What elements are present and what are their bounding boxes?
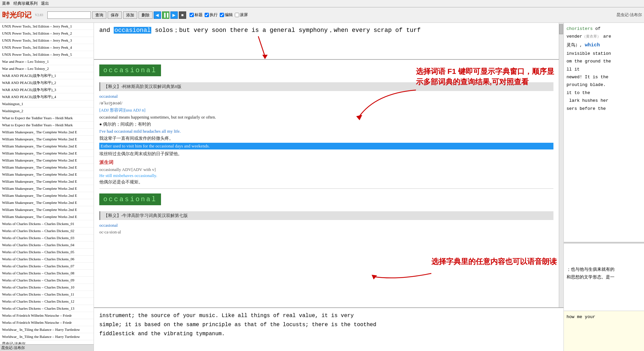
checkbox-scroll-label[interactable]: 滚屏 — [235, 12, 248, 18]
sidebar-item[interactable]: UNIX Power Tools, 3rd Edition – Jerry Pe… — [0, 23, 94, 30]
menu-item-menu[interactable]: 菜单 — [2, 1, 10, 6]
right-line-9: it to the — [567, 89, 641, 97]
right-line-3: 灵鸟）, which — [567, 41, 641, 50]
dict-example-1-en: I've had occasional mild headaches all m… — [99, 129, 553, 134]
sidebar-item[interactable]: Works of Friedrich Wilhelm Nietzsche – F… — [0, 319, 94, 326]
dict-pos-1: [ADJ 形容词][usu ADJ n] — [99, 107, 553, 113]
sidebar-item[interactable]: Works of Charles Dickens – Charles Dicke… — [0, 234, 94, 242]
sidebar-item[interactable]: William Shakespeare_ The Complete Works … — [0, 171, 94, 178]
top-arrow-icon — [252, 33, 278, 60]
right-text-bottom-2: how me your — [564, 311, 644, 351]
play-prev-button[interactable]: ◀ — [154, 11, 161, 19]
sidebar-item[interactable]: What to Expect the Toddler Years – Heidi… — [0, 122, 94, 129]
right-line-5: om the ground the — [567, 57, 641, 65]
menu-bar: 菜单 经典珍藏系列 退出 — [0, 0, 644, 7]
sidebar-item[interactable]: William Shakespeare_ The Complete Works … — [0, 129, 94, 136]
sidebar-item[interactable]: Works of Charles Dickens – Charles Dicke… — [0, 291, 94, 298]
sidebar-item[interactable]: William Shakespeare_ The Complete Works … — [0, 178, 94, 185]
sidebar-item[interactable]: WAR AND PEACE(战争与和平)_3 — [0, 86, 94, 93]
query-button[interactable]: 查询 — [92, 11, 106, 19]
bottom-text-line-1: instrument; the source of your music. Li… — [99, 311, 558, 320]
sidebar-item[interactable]: Works of Charles Dickens – Charles Dicke… — [0, 263, 94, 270]
checkbox-execute-label[interactable]: 执行 — [205, 12, 218, 18]
sidebar-item[interactable]: William Shakespeare_ The Complete Works … — [0, 143, 94, 150]
stop-button[interactable]: ■ — [179, 11, 186, 19]
checkbox-edit[interactable] — [220, 13, 224, 17]
sidebar-item[interactable]: Worldwar_ In_Tiling the Balance – Harry … — [0, 326, 94, 333]
sidebar-item[interactable]: UNIX Power Tools, 3rd Edition – Jerry Pe… — [0, 44, 94, 51]
highlighted-word: occasional — [114, 27, 151, 34]
sidebar-item[interactable]: William Shakespeare_ The Complete Works … — [0, 199, 94, 206]
sidebar-item[interactable]: WAR AND PEACE(战争与和平)_2 — [0, 79, 94, 86]
dict-content[interactable]: occasional 【释义】-柯林斯高阶英汉双解词典第8版 occasiona… — [94, 60, 559, 307]
sidebar-item[interactable]: William Shakespeare_ The Complete Works … — [0, 192, 94, 199]
right-line-7: newed! It is the — [567, 73, 641, 81]
dict-definition-1: occasional means happening sometimes, bu… — [99, 115, 553, 120]
right-line-10: lark hushes her — [567, 97, 641, 104]
right-line-2: vender（黄衣草） are — [567, 33, 641, 40]
svg-marker-1 — [262, 55, 268, 59]
sidebar-item[interactable]: WAR AND PEACE(战争与和平)_1 — [0, 72, 94, 79]
menu-item-exit[interactable]: 退出 — [41, 1, 49, 6]
add-button[interactable]: 添加 — [123, 11, 137, 19]
checkbox-title-label[interactable]: 标题 — [190, 12, 203, 18]
sidebar-item[interactable]: 昆虫记-法布尔 — [0, 340, 94, 344]
sidebar-item[interactable]: UNIX Power Tools, 3rd Edition – Jerry Pe… — [0, 37, 94, 44]
sidebar-item[interactable]: What to Expect the Toddler Years – Heidi… — [0, 115, 94, 122]
app-version: V2.83 — [35, 13, 43, 17]
sidebar-item[interactable]: UNIX Power Tools, 3rd Edition – Jerry Pe… — [0, 30, 94, 37]
sidebar-item[interactable]: Works of Charles Dickens – Charles Dicke… — [0, 242, 94, 249]
sidebar-item[interactable]: Works of Charles Dickens – Charles Dicke… — [0, 270, 94, 277]
dict-divider — [99, 188, 553, 189]
sidebar-item[interactable]: Works of Charles Dickens – Charles Dicke… — [0, 284, 94, 291]
sidebar-item[interactable]: William Shakespeare_ The Complete Works … — [0, 164, 94, 171]
dict-word-blue-2: occasional — [99, 223, 553, 228]
pause-button[interactable]: ▐▐ — [162, 11, 169, 19]
right-panel: choristers of vender（黄衣草） are 灵鸟）, which… — [564, 23, 644, 351]
sidebar-item[interactable]: Works of Charles Dickens – Charles Dicke… — [0, 227, 94, 234]
right-text-top: choristers of vender（黄衣草） are 灵鸟）, which… — [564, 23, 644, 242]
checkbox-title[interactable] — [190, 13, 194, 17]
sidebar-item[interactable]: William Shakespeare_ The Complete Works … — [0, 206, 94, 213]
sidebar-item[interactable]: William Shakespeare_ The Complete Works … — [0, 150, 94, 157]
checkbox-edit-label[interactable]: 编辑 — [220, 12, 233, 18]
sidebar-item[interactable]: Works of Charles Dickens – Charles Dicke… — [0, 305, 94, 312]
search-input[interactable] — [47, 11, 91, 19]
sidebar-item[interactable]: William Shakespeare_ The Complete Works … — [0, 185, 94, 192]
sidebar-item[interactable]: Worldwar_ In_Tiling the Balance – Harry … — [0, 333, 94, 340]
save-button[interactable]: 保存 — [108, 11, 122, 19]
text-before-highlight: and — [99, 27, 114, 34]
sidebar-item[interactable]: William Shakespeare_ The Complete Works … — [0, 136, 94, 143]
bottom-text-display: instrument; the source of your music. Li… — [94, 307, 564, 351]
checkbox-scroll[interactable] — [235, 13, 239, 17]
sidebar-item[interactable]: War and Peace – Leo Tolstoy_2 — [0, 65, 94, 72]
delete-button[interactable]: 删除 — [139, 11, 153, 19]
bottom-text-line-3: fiddlestick and the vibrating tympanum. — [99, 330, 558, 339]
sidebar-item[interactable]: Works of Charles Dickens – Charles Dicke… — [0, 277, 94, 284]
dict-example-2-cn: 埃丝特过去偶尔在周末或别的日子探望他。 — [99, 151, 553, 157]
sidebar-item[interactable]: WAR AND PEACE(战争与和平)_4 — [0, 93, 94, 100]
text-after-highlight: solos；but very soon there is a general s… — [151, 27, 421, 34]
right-line-1: choristers of — [567, 25, 641, 33]
sidebar-item[interactable]: Washington_1 — [0, 100, 94, 107]
sidebar-item[interactable]: Works of Charles Dickens – Charles Dicke… — [0, 256, 94, 263]
sidebar-item[interactable]: Works of Charles Dickens – Charles Dicke… — [0, 220, 94, 227]
text-display: and occasional solos；but very soon there… — [94, 23, 564, 60]
sidebar-item[interactable]: Washington_2 — [0, 107, 94, 115]
sidebar-item[interactable]: William Shakespeare_ The Complete Works … — [0, 213, 94, 220]
sidebar-item[interactable]: Works of Charles Dickens – Charles Dicke… — [0, 249, 94, 256]
dict-word-header-2: occasional — [99, 193, 161, 205]
current-book-label: 昆虫记-法布尔 — [616, 12, 642, 18]
sidebar-item[interactable]: UNIX Power Tools, 3rd Edition – Jerry Pe… — [0, 51, 94, 58]
checkbox-execute[interactable] — [205, 13, 209, 17]
sidebar-item[interactable]: War and Peace – Leo Tolstoy_1 — [0, 58, 94, 65]
bottom-text-line-2: simple; it is based on the same principl… — [99, 320, 558, 330]
sidebar-item[interactable]: Works of Friedrich Wilhelm Nietzsche – F… — [0, 312, 94, 319]
sidebar-item[interactable]: William Shakespeare_ The Complete Works … — [0, 157, 94, 164]
dict-scroll-container: occasional 【释义】-柯林斯高阶英汉双解词典第8版 occasiona… — [94, 60, 564, 307]
menu-item-series[interactable]: 经典珍藏系列 — [13, 1, 38, 6]
play-next-button[interactable]: ▶ — [170, 11, 178, 19]
sidebar-item[interactable]: Works of Charles Dickens – Charles Dicke… — [0, 298, 94, 305]
sidebar-current-book: 昆虫记-法布尔 — [1, 345, 25, 350]
sidebar-list[interactable]: UNIX Power Tools, 3rd Edition – Jerry Pe… — [0, 23, 94, 344]
